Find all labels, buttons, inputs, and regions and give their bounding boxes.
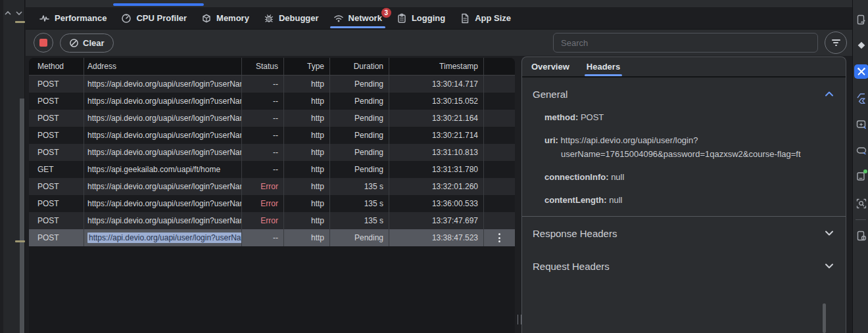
field-value: https://api.devio.org/uapi/user/login?: [561, 135, 698, 145]
device-explorer-icon[interactable]: [856, 230, 867, 242]
request-details-panel: Overview Headers General method:: [521, 56, 846, 333]
cell-address: https://api.devio.org/uapi/user/login?us…: [84, 195, 242, 212]
field-method: method: POST: [544, 110, 835, 124]
field-label: method:: [544, 112, 578, 122]
cell-type: http: [284, 110, 330, 127]
table-row[interactable]: POST https://api.devio.org/uapi/user/log…: [29, 144, 515, 161]
left-scrollbar[interactable]: [20, 99, 24, 333]
gemini-assistant-icon[interactable]: [856, 119, 867, 131]
tab-logging[interactable]: Logging: [389, 7, 452, 29]
cpu-profiler-icon: [121, 13, 132, 24]
cell-method: POST: [29, 110, 84, 127]
clear-button[interactable]: Clear: [60, 33, 114, 53]
response-headers-section-header[interactable]: Response Headers: [522, 217, 846, 250]
tab-label: Network: [349, 13, 382, 23]
scroll-marker: [15, 21, 25, 23]
column-header-actions: [484, 58, 515, 75]
tab-headers[interactable]: Headers: [587, 57, 620, 76]
find-in-device-icon[interactable]: [856, 198, 867, 210]
field-label: uri:: [544, 135, 558, 145]
record-stop-button[interactable]: [34, 33, 53, 53]
cell-status: --: [242, 229, 284, 246]
cell-duration: 135 s: [330, 178, 389, 195]
search-input[interactable]: [553, 33, 818, 53]
devtools-tools-icon-selected[interactable]: [854, 64, 868, 79]
cell-duration: Pending: [330, 229, 389, 246]
running-devices-icon[interactable]: [856, 144, 867, 156]
field-value: null: [611, 172, 624, 182]
network-icon: [333, 13, 344, 24]
panel-scrollbar[interactable]: [823, 303, 826, 333]
column-header-address[interactable]: Address: [84, 58, 242, 75]
table-row[interactable]: POST https://api.devio.org/uapi/user/log…: [29, 76, 515, 93]
cell-method: POST: [29, 229, 84, 246]
field-content-length: contentLength: null: [544, 193, 835, 207]
table-row[interactable]: POST https://api.devio.org/uapi/user/log…: [29, 195, 515, 212]
right-tool-sidebar: [852, 0, 868, 333]
general-fields: method: POST uri: https://api.devio.org/…: [522, 110, 846, 207]
cell-address: https://api.geekailab.com/uapi/ft/home: [84, 161, 242, 178]
cell-duration: Pending: [330, 110, 389, 127]
column-header-status[interactable]: Status: [242, 58, 284, 75]
cell-status: --: [242, 110, 284, 127]
flutter-inspector-icon[interactable]: [856, 93, 867, 104]
tab-label: Debugger: [279, 13, 319, 23]
field-value: POST: [581, 112, 604, 122]
cell-duration: Pending: [330, 144, 389, 161]
tab-debugger[interactable]: Debugger: [256, 7, 326, 29]
collapse-up-icon[interactable]: [4, 10, 12, 16]
tab-overview[interactable]: Overview: [531, 57, 569, 76]
table-row[interactable]: POST https://api.devio.org/uapi/user/log…: [29, 110, 515, 127]
tab-label: CPU Profiler: [136, 13, 187, 23]
filter-button[interactable]: [825, 32, 847, 54]
performance-icon: [39, 13, 50, 24]
top-strip: [26, 0, 852, 7]
cell-actions: [484, 195, 515, 212]
general-section-header[interactable]: General: [522, 78, 846, 110]
cell-duration: Pending: [330, 76, 389, 93]
cell-status: --: [242, 161, 284, 178]
table-row[interactable]: POST https://api.devio.org/uapi/user/log…: [29, 178, 515, 195]
cell-address: https://api.devio.org/uapi/user/login?us…: [84, 212, 242, 229]
details-tabbar: Overview Headers: [522, 57, 846, 78]
cell-type: http: [284, 161, 330, 178]
tab-label: Logging: [412, 13, 445, 23]
cell-address: https://api.devio.org/uapi/user/login?us…: [84, 127, 242, 144]
cell-method: POST: [29, 127, 84, 144]
cell-duration: 135 s: [330, 195, 389, 212]
cell-timestamp: 13:30:14.717: [389, 76, 484, 93]
cell-status: --: [242, 144, 284, 161]
device-screenshot-icon[interactable]: [856, 14, 867, 26]
tab-app-size[interactable]: App Size: [452, 7, 518, 29]
cell-actions: [484, 161, 515, 178]
tab-network[interactable]: Network 3: [326, 7, 389, 29]
tab-cpu-profiler[interactable]: CPU Profiler: [114, 7, 194, 29]
row-menu-icon[interactable]: [489, 233, 510, 242]
cell-status: --: [242, 76, 284, 93]
cell-method: POST: [29, 76, 84, 93]
column-header-timestamp[interactable]: Timestamp: [389, 58, 484, 75]
field-value: null: [609, 195, 622, 205]
cell-type: http: [284, 178, 330, 195]
collapse-down-icon[interactable]: [15, 10, 23, 16]
chevron-up-icon: [825, 91, 834, 97]
field-connection-info: connectionInfo: null: [544, 170, 835, 184]
diamond-icon[interactable]: [856, 39, 867, 51]
table-row-selected[interactable]: POST https://api.devio.org/uapi/user/log…: [29, 229, 515, 246]
table-row[interactable]: POST https://api.devio.org/uapi/user/log…: [29, 212, 515, 229]
table-row[interactable]: POST https://api.devio.org/uapi/user/log…: [29, 93, 515, 110]
table-row[interactable]: POST https://api.devio.org/uapi/user/log…: [29, 127, 515, 144]
device-manager-icon[interactable]: [856, 170, 867, 182]
tab-performance[interactable]: Performance: [32, 7, 114, 29]
tab-memory[interactable]: Memory: [194, 7, 256, 29]
cell-timestamp: 13:32:01.260: [389, 178, 484, 195]
request-headers-section-header[interactable]: Request Headers: [522, 250, 846, 282]
cell-address: https://api.devio.org/uapi/user/login?us…: [84, 229, 242, 246]
cell-status: Error: [242, 195, 284, 212]
column-header-type[interactable]: Type: [284, 58, 330, 75]
column-header-duration[interactable]: Duration: [330, 58, 389, 75]
column-header-method[interactable]: Method: [29, 58, 84, 75]
cell-actions: [484, 76, 515, 93]
cell-address: https://api.devio.org/uapi/user/login?us…: [84, 178, 242, 195]
table-row[interactable]: GET https://api.geekailab.com/uapi/ft/ho…: [29, 161, 515, 178]
